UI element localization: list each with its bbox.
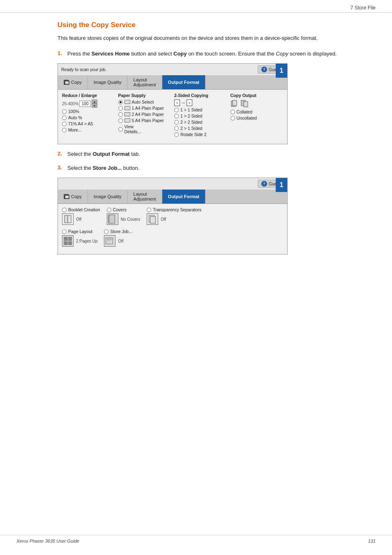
paper-1-label: 1 A4 Plain Paper <box>132 106 164 111</box>
copy-output-col: Copy Output <box>231 93 284 138</box>
panel1-tab-copy[interactable]: Copy <box>58 75 88 89</box>
panel1-topbar: Ready to scan your job. ? Guest <box>58 64 287 75</box>
copy-tab-icon <box>64 80 69 85</box>
re-option-71[interactable]: 71% A4 > A5 <box>62 121 115 126</box>
store-job-radio[interactable] <box>104 229 108 234</box>
sided-2-2-radio <box>174 120 179 125</box>
paper-2[interactable]: 2 A4 Plain Paper <box>118 112 171 117</box>
paper-supply-col: Paper Supply Auto Select 1 A4 Plain Pape… <box>118 93 171 138</box>
covers-feature: Covers No Covers <box>107 207 140 225</box>
page-footer: Xerox Phaser 3635 User Guide 131 <box>0 535 392 547</box>
layout-cell-2 <box>68 237 72 241</box>
svg-rect-17 <box>107 240 112 241</box>
sided-2-1-radio <box>174 126 179 131</box>
re-option-more[interactable]: More... <box>62 127 115 132</box>
panel2-tab-layout[interactable]: LayoutAdjustment <box>128 190 162 204</box>
paper-auto-icon <box>125 100 130 104</box>
page-layout-icon <box>62 235 74 247</box>
re-percent: 25-400% <box>62 102 78 106</box>
svg-rect-14 <box>150 217 155 224</box>
covers-icon <box>107 213 118 225</box>
layout-cell-4 <box>68 241 72 245</box>
transparency-radio[interactable] <box>147 208 151 212</box>
panel1-tab-output[interactable]: Output Format <box>162 75 205 89</box>
panel1-tab-quality[interactable]: Image Quality <box>88 75 128 89</box>
paper-2-radio <box>118 112 123 117</box>
store-job-svg <box>104 235 115 247</box>
sided-1-2-label: 1 > 2 Sided <box>180 113 202 118</box>
page-layout-label: Page Layout <box>62 229 92 234</box>
sided-2-2[interactable]: 2 > 2 Sided <box>174 120 227 125</box>
output-collated-label: Collated <box>237 109 253 114</box>
re-radio-auto <box>62 116 67 120</box>
section-title: Using the Copy Service <box>58 21 359 29</box>
sided-1-2[interactable]: 1 > 2 Sided <box>174 113 227 118</box>
paper-auto[interactable]: Auto Select <box>118 99 171 104</box>
step-3: 3. Select the Store Job... button. <box>58 164 359 172</box>
svg-rect-11 <box>108 215 115 223</box>
sided-rotate[interactable]: Rotate Side 2 <box>174 132 227 137</box>
sided-pg-right: ≡ <box>187 99 192 106</box>
svg-rect-3 <box>233 100 237 106</box>
covers-svg <box>107 213 118 225</box>
page-header: 7 Store File <box>0 0 392 13</box>
main-content: Using the Copy Service This feature stor… <box>0 13 392 277</box>
sided-1-1-radio <box>174 108 179 112</box>
re-arrows: ▲ ▼ <box>92 99 97 108</box>
panel2-tab-copy-label: Copy <box>71 194 82 199</box>
booklet-icon <box>62 213 74 225</box>
sided-rotate-radio <box>174 132 179 137</box>
sided-pg-left: ≡ <box>174 99 180 106</box>
copy-output-header: Copy Output <box>231 93 284 98</box>
re-value[interactable]: 100 <box>79 101 91 107</box>
panel2-tab-copy[interactable]: Copy <box>58 190 88 204</box>
re-label-71: 71% A4 > A5 <box>68 121 93 126</box>
sided-2-1[interactable]: 2 > 1 Sided <box>174 126 227 131</box>
svg-rect-7 <box>65 195 69 199</box>
covers-icon-row: No Covers <box>107 213 140 225</box>
step-2-num: 2. <box>58 150 67 157</box>
re-option-100[interactable]: 100% <box>62 109 115 114</box>
panel2-topbar: ? Guest <box>58 178 287 190</box>
re-option-auto[interactable]: Auto % <box>62 115 115 120</box>
step-2: 2. Select the Output Format tab. <box>58 150 359 158</box>
sided-1-1-label: 1 > 1 Sided <box>180 107 202 112</box>
covers-val: No Covers <box>121 217 140 222</box>
panel2-tab-output-label: Output Format <box>168 194 199 199</box>
re-radio-more <box>62 128 67 132</box>
covers-label: Covers <box>107 207 127 212</box>
step-1: 1. Press the Services Home button and se… <box>58 50 359 58</box>
sided-arrow: → <box>181 100 186 106</box>
panel1-tab-output-label: Output Format <box>168 80 199 85</box>
panel1-columns: Reduce / Enlarge 25-400% 100 ▲ ▼ 100% <box>62 93 283 138</box>
paper-1[interactable]: 1 A4 Plain Paper <box>118 106 171 111</box>
copy-output-icons <box>231 99 284 108</box>
booklet-label: Booklet Creation <box>62 207 100 212</box>
sided-1-1[interactable]: 1 > 1 Sided <box>174 107 227 112</box>
two-sided-header: 2-Sided Copying <box>174 93 227 98</box>
booklet-title: Booklet Creation <box>68 207 100 212</box>
paper-view[interactable]: ViewDetails... <box>118 124 171 134</box>
output-collated[interactable]: Collated <box>231 109 284 114</box>
panel1-tab-layout[interactable]: LayoutAdjustment <box>128 75 162 89</box>
store-job-icon <box>104 235 115 247</box>
panel1-tabs: Copy Image Quality LayoutAdjustment Outp… <box>58 75 287 90</box>
covers-radio[interactable] <box>107 208 111 212</box>
booklet-radio[interactable] <box>62 208 67 212</box>
step-1-text: Press the Services Home button and selec… <box>67 50 337 58</box>
transparency-icon-row: Off <box>147 213 166 225</box>
paper-5[interactable]: 5 A4 Plain Paper <box>118 118 171 123</box>
page-layout-radio[interactable] <box>62 229 67 234</box>
panel2-tab-quality[interactable]: Image Quality <box>88 190 128 204</box>
transparency-val: Off <box>161 217 166 222</box>
re-label-more: More... <box>68 127 82 132</box>
re-up-arrow[interactable]: ▲ <box>92 99 97 104</box>
transparency-feature: Transparency Separators Off <box>147 207 201 225</box>
re-down-arrow[interactable]: ▼ <box>92 104 97 108</box>
re-spinbox: 25-400% 100 ▲ ▼ <box>62 99 115 108</box>
svg-rect-18 <box>107 242 111 242</box>
sided-2-2-label: 2 > 2 Sided <box>180 120 202 125</box>
panel2-tab-output[interactable]: Output Format <box>162 190 205 204</box>
output-uncollated[interactable]: Uncollated <box>231 116 284 120</box>
intro-text: This feature stores copies of the origin… <box>58 34 359 42</box>
